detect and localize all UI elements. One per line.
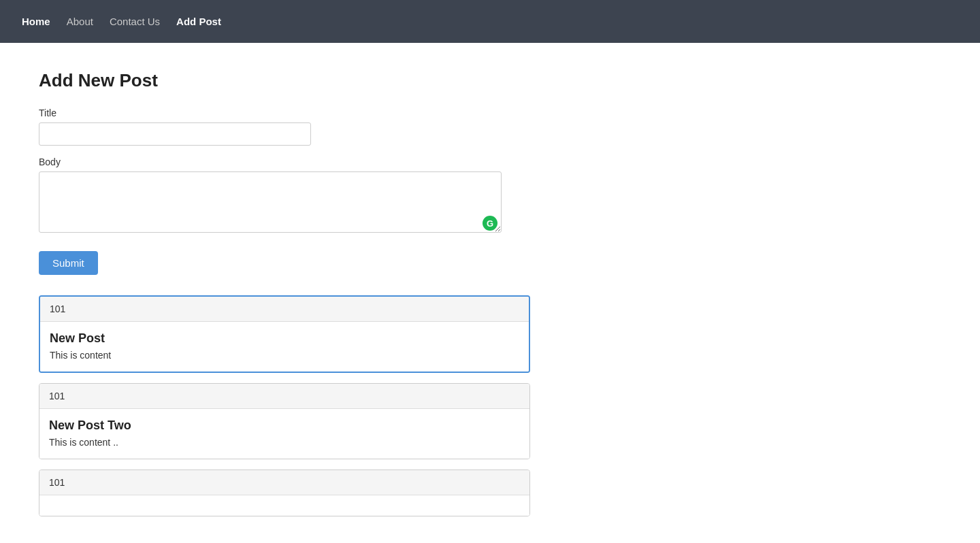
submit-button[interactable]: Submit	[39, 251, 98, 275]
body-input[interactable]	[39, 171, 502, 233]
post-card: 101New PostThis is content	[39, 295, 530, 373]
post-card-title: New Post	[50, 331, 519, 346]
textarea-wrapper: G	[39, 171, 502, 235]
navbar: Home About Contact Us Add Post	[0, 0, 980, 43]
title-label: Title	[39, 108, 574, 118]
post-card-body: New Post TwoThis is content ..	[39, 409, 529, 459]
post-card-content: This is content	[50, 350, 519, 361]
post-card-body: New PostThis is content	[40, 322, 529, 372]
main-content: Add New Post Title Body G Submit 101New …	[0, 43, 612, 543]
title-input[interactable]	[39, 122, 311, 146]
nav-about[interactable]: About	[59, 16, 101, 27]
body-group: Body G	[39, 157, 574, 235]
post-card-title: New Post Two	[49, 418, 520, 433]
post-card-body	[39, 495, 529, 516]
post-card-id: 101	[40, 297, 529, 322]
title-group: Title	[39, 108, 574, 146]
posts-container: 101New PostThis is content101New Post Tw…	[39, 295, 574, 527]
nav-home[interactable]: Home	[14, 16, 59, 27]
post-card-id: 101	[39, 470, 529, 495]
post-card-id: 101	[39, 384, 529, 409]
post-card-content: This is content ..	[49, 437, 520, 448]
nav-contact[interactable]: Contact Us	[101, 16, 168, 27]
body-label: Body	[39, 157, 574, 167]
post-card: 101New Post TwoThis is content ..	[39, 383, 530, 459]
post-card: 101	[39, 470, 530, 516]
page-title: Add New Post	[39, 70, 574, 91]
nav-add-post[interactable]: Add Post	[168, 16, 229, 27]
